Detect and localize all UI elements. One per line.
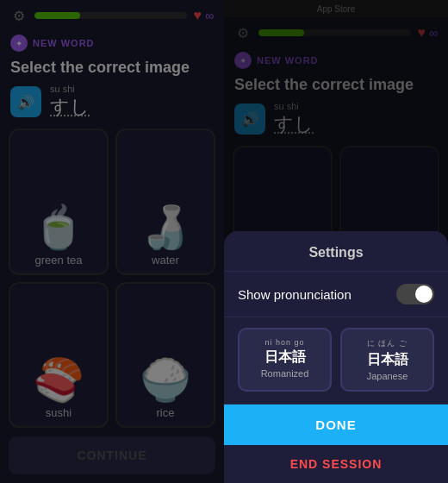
show-pronunciation-label: Show pronunciation bbox=[238, 287, 352, 302]
japanese-small-text: に ほん ご bbox=[347, 338, 427, 349]
toggle-knob bbox=[415, 285, 432, 303]
lang-card-japanese[interactable]: に ほん ご 日本語 Japanese bbox=[340, 328, 434, 392]
end-session-button[interactable]: END SESSION bbox=[224, 445, 448, 483]
settings-panel: Settings Show pronunciation ni hon go 日本… bbox=[224, 231, 448, 483]
settings-title: Settings bbox=[224, 231, 448, 272]
romanized-small-text: ni hon go bbox=[245, 338, 325, 347]
settings-overlay: Settings Show pronunciation ni hon go 日本… bbox=[0, 0, 448, 483]
japanese-sub-text: Japanese bbox=[347, 371, 427, 381]
show-pronunciation-row: Show pronunciation bbox=[224, 272, 448, 317]
lang-card-romanized[interactable]: ni hon go 日本語 Romanized bbox=[238, 328, 332, 392]
language-options: ni hon go 日本語 Romanized に ほん ご 日本語 Japan… bbox=[224, 317, 448, 405]
romanized-main-text: 日本語 bbox=[245, 348, 325, 367]
done-button[interactable]: DONE bbox=[224, 405, 448, 445]
japanese-main-text: 日本語 bbox=[347, 351, 427, 369]
romanized-sub-text: Romanized bbox=[245, 368, 325, 379]
pronunciation-toggle[interactable] bbox=[396, 284, 434, 304]
